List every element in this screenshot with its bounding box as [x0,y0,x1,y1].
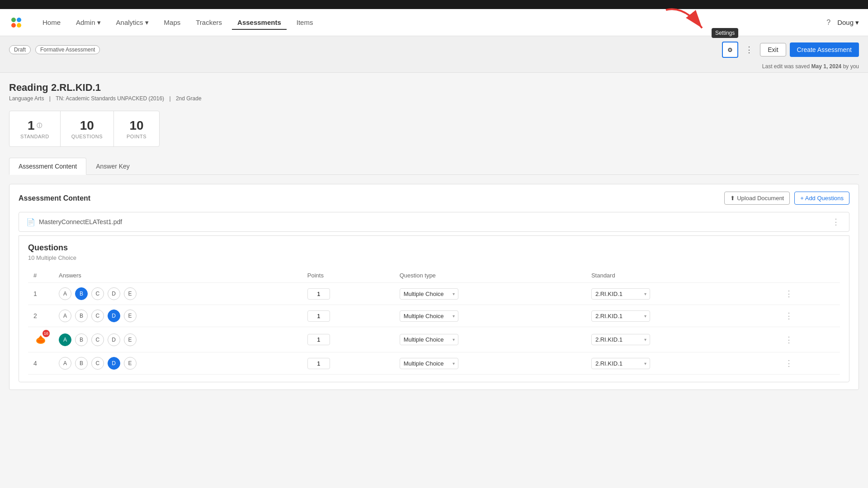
standard-select-wrapper: 2.RI.KID.1 ▾ [591,334,650,345]
table-row: 16 A B C D E [28,327,840,352]
answer-a[interactable]: A [59,310,71,322]
answer-b[interactable]: B [75,287,88,300]
answer-d[interactable]: D [108,333,120,346]
points-input[interactable] [307,334,330,345]
file-row: 📄 MasteryConnectELATest1.pdf ⋮ [19,212,849,232]
header-left: Draft Formative Assessment [9,45,100,54]
notification-badge: 16 [33,332,48,347]
nav-assessments[interactable]: Assessments [232,15,287,30]
answer-e[interactable]: E [124,357,137,370]
col-answers: Answers [53,268,148,283]
question-type-select[interactable]: Multiple Choice [400,310,458,322]
answer-d[interactable]: D [108,310,120,322]
row-more-button[interactable]: ⋮ [783,311,795,320]
stats-row: 1 ⓘ STANDARD 10 QUESTIONS 10 POINTS [9,111,160,147]
nav-items[interactable]: Items [291,15,319,30]
standard-select-wrapper: 2.RI.KID.1 ▾ [591,310,650,322]
standard-select[interactable]: 2.RI.KID.1 [591,334,650,345]
svg-marker-8 [38,336,43,339]
settings-tooltip: Settings [712,28,738,38]
settings-button[interactable]: ⚙ [722,42,738,58]
table-header-row: # Answers Points Question type Standard [28,268,840,283]
nav-admin[interactable]: Admin ▾ [71,15,106,30]
col-spacer4 [241,268,271,283]
row-more-button[interactable]: ⋮ [783,289,795,298]
points-input[interactable] [307,288,330,300]
question-type-select[interactable]: Multiple Choice [400,334,458,345]
tabs: Assessment Content Answer Key [9,158,859,175]
exit-button[interactable]: Exit [760,43,786,56]
page-header: Draft Formative Assessment Settings ⚙ [0,36,868,63]
question-type-select[interactable]: Multiple Choice [400,358,458,369]
nav-right: ? Doug ▾ [826,19,859,27]
answer-b[interactable]: B [75,357,88,370]
col-spacer1 [148,268,179,283]
nav-maps[interactable]: Maps [159,15,186,30]
col-standard: Standard [586,268,778,283]
type-select-wrapper: Multiple Choice ▾ [400,288,458,300]
answer-e[interactable]: E [124,310,137,322]
row-more-button[interactable]: ⋮ [783,359,795,368]
answer-c[interactable]: C [91,357,104,370]
answer-e[interactable]: E [124,333,137,346]
add-questions-button[interactable]: + Add Questions [794,192,849,205]
nav-trackers[interactable]: Trackers [190,15,227,30]
section-title: Assessment Content [19,194,90,202]
row-more-button[interactable]: ⋮ [783,335,795,344]
more-options-button[interactable]: ⋮ [742,42,756,57]
answer-d[interactable]: D [108,287,120,300]
questions-table: # Answers Points Question type Standard [28,268,840,375]
question-number: 1 [33,290,37,297]
answer-a[interactable]: A [59,287,71,300]
standard-select[interactable]: 2.RI.KID.1 [591,358,650,369]
app-logo [9,15,24,30]
question-number: 2 [33,312,37,319]
answer-c[interactable]: C [91,333,104,346]
question-type-select[interactable]: Multiple Choice [400,288,458,300]
settings-area: Settings ⚙ [722,42,738,58]
tab-answer-key[interactable]: Answer Key [86,158,139,174]
nav-analytics[interactable]: Analytics ▾ [111,15,154,30]
stat-points: 10 POINTS [114,111,159,146]
answer-a[interactable]: A [59,357,71,370]
user-name: Doug [837,19,854,26]
col-points: Points [302,268,394,283]
standard-select[interactable]: 2.RI.KID.1 [591,288,650,300]
question-with-mascot: 16 [33,332,48,347]
col-spacer2 [179,268,210,283]
section-actions: ⬆ Upload Document + Add Questions [724,192,849,205]
table-row: 2 A B C D E Multiple Choice [28,305,840,327]
help-icon[interactable]: ? [826,19,830,27]
tab-assessment-content[interactable]: Assessment Content [9,158,86,175]
standard-select[interactable]: 2.RI.KID.1 [591,310,650,322]
col-num: # [28,268,53,283]
top-bar [0,0,868,9]
points-input[interactable] [307,358,330,369]
create-assessment-button[interactable]: Create Assessment [790,42,859,57]
upload-document-button[interactable]: ⬆ Upload Document [724,192,790,205]
col-spacer5 [271,268,302,283]
answer-b[interactable]: B [75,333,88,346]
answer-c[interactable]: C [91,310,104,322]
gear-icon: ⚙ [727,47,733,53]
main-content: Reading 2.RL.KID.1 Language Arts | TN: A… [0,73,868,404]
admin-chevron-icon: ▾ [97,19,101,27]
answer-a[interactable]: A [59,333,71,346]
svg-point-3 [17,23,21,28]
answer-e[interactable]: E [124,287,137,300]
logo[interactable] [9,15,24,30]
page-header-wrapper: Draft Formative Assessment Settings ⚙ [0,36,868,73]
nav-home[interactable]: Home [37,15,66,30]
section-header: Assessment Content ⬆ Upload Document + A… [19,192,849,205]
upload-icon: ⬆ [730,195,735,202]
questions-title: Questions [28,243,840,253]
stat-questions: 10 QUESTIONS [61,111,114,146]
file-name: 📄 MasteryConnectELATest1.pdf [26,218,122,226]
standard-info-icon[interactable]: ⓘ [37,122,42,130]
answer-d[interactable]: D [108,357,120,370]
answer-b[interactable]: B [75,310,88,322]
user-menu[interactable]: Doug ▾ [837,19,859,27]
points-input[interactable] [307,310,330,322]
answer-c[interactable]: C [91,287,104,300]
file-more-button[interactable]: ⋮ [830,217,842,227]
